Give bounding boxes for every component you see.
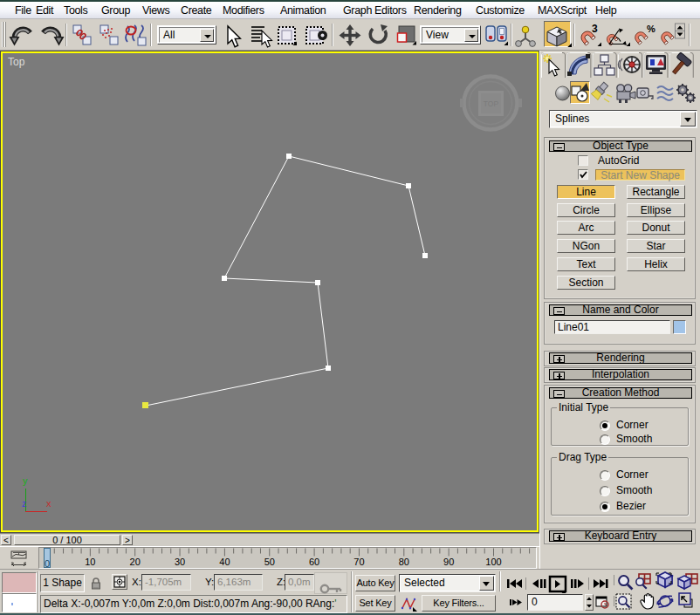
svg-text:TOP: TOP (484, 99, 499, 108)
svg-text:100: 100 (485, 557, 501, 567)
svg-text:20: 20 (130, 557, 141, 567)
svg-text:40: 40 (219, 557, 230, 567)
svg-text:10: 10 (85, 557, 95, 567)
svg-text:90: 90 (443, 557, 454, 567)
svg-text:x: x (46, 498, 51, 509)
svg-text:30: 30 (175, 557, 185, 567)
svg-text:z: z (22, 498, 27, 509)
svg-text:3: 3 (592, 23, 598, 35)
svg-text:%: % (647, 24, 655, 34)
svg-text:50: 50 (264, 557, 275, 567)
svg-text:80: 80 (399, 557, 409, 567)
svg-text:y: y (23, 475, 28, 486)
svg-text:60: 60 (309, 557, 319, 567)
svg-text:70: 70 (353, 557, 364, 567)
